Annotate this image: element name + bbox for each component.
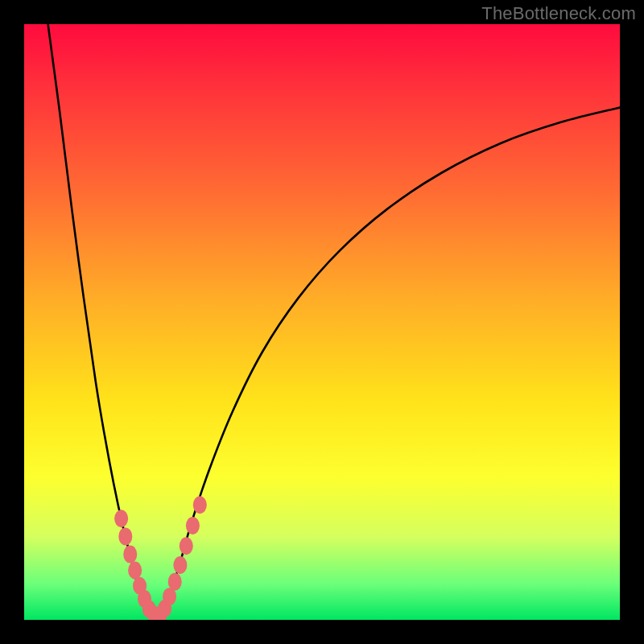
data-marker <box>193 496 207 514</box>
data-marker <box>128 562 142 580</box>
data-marker <box>118 527 132 545</box>
data-marker <box>173 556 187 574</box>
data-marker <box>168 573 182 591</box>
curve-layer <box>24 24 620 620</box>
data-marker <box>180 537 193 555</box>
curve-right-branch <box>155 108 620 620</box>
watermark-text: TheBottleneck.com <box>481 3 636 24</box>
data-marker <box>123 546 137 564</box>
data-marker <box>114 510 128 527</box>
plot-area <box>24 24 620 620</box>
chart-frame: TheBottleneck.com <box>0 0 644 644</box>
curve-left-branch <box>48 24 155 620</box>
data-marker <box>186 517 200 535</box>
